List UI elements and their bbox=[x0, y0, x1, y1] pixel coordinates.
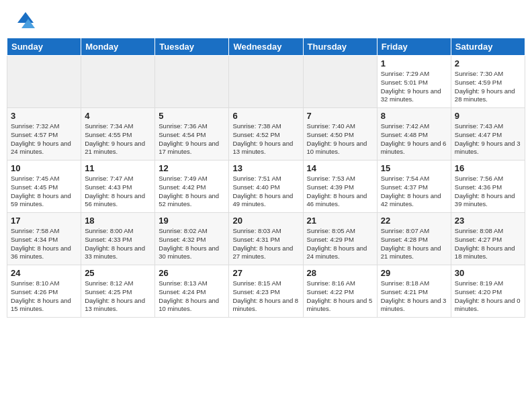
day-number: 17 bbox=[11, 216, 77, 226]
calendar-cell: 7Sunrise: 7:40 AMSunset: 4:50 PMDaylight… bbox=[303, 108, 377, 161]
day-info: Sunrise: 7:49 AMSunset: 4:42 PMDaylight:… bbox=[159, 175, 225, 209]
calendar-cell: 20Sunrise: 8:03 AMSunset: 4:31 PMDayligh… bbox=[229, 213, 303, 265]
day-info: Sunrise: 8:07 AMSunset: 4:28 PMDaylight:… bbox=[381, 227, 447, 261]
calendar-week-1: 1Sunrise: 7:29 AMSunset: 5:01 PMDaylight… bbox=[7, 56, 525, 108]
day-number: 19 bbox=[159, 216, 225, 226]
calendar-cell: 29Sunrise: 8:18 AMSunset: 4:21 PMDayligh… bbox=[377, 265, 451, 318]
calendar-cell: 8Sunrise: 7:42 AMSunset: 4:48 PMDaylight… bbox=[377, 108, 451, 161]
day-number: 18 bbox=[85, 216, 151, 226]
calendar-cell: 19Sunrise: 8:02 AMSunset: 4:32 PMDayligh… bbox=[155, 213, 229, 265]
calendar-cell: 12Sunrise: 7:49 AMSunset: 4:42 PMDayligh… bbox=[155, 161, 229, 213]
day-info: Sunrise: 8:15 AMSunset: 4:23 PMDaylight:… bbox=[232, 279, 299, 314]
day-number: 28 bbox=[307, 268, 373, 278]
day-number: 8 bbox=[381, 111, 447, 121]
day-number: 5 bbox=[159, 111, 225, 121]
day-number: 25 bbox=[85, 268, 151, 278]
calendar-cell: 16Sunrise: 7:56 AMSunset: 4:36 PMDayligh… bbox=[451, 161, 525, 213]
day-info: Sunrise: 8:16 AMSunset: 4:22 PMDaylight:… bbox=[307, 279, 373, 314]
calendar-cell: 10Sunrise: 7:45 AMSunset: 4:45 PMDayligh… bbox=[7, 161, 81, 213]
column-header-friday: Friday bbox=[377, 38, 451, 56]
calendar-cell: 5Sunrise: 7:36 AMSunset: 4:54 PMDaylight… bbox=[155, 108, 229, 161]
calendar-cell: 9Sunrise: 7:43 AMSunset: 4:47 PMDaylight… bbox=[451, 108, 525, 161]
calendar-cell: 13Sunrise: 7:51 AMSunset: 4:40 PMDayligh… bbox=[229, 161, 303, 213]
day-info: Sunrise: 7:51 AMSunset: 4:40 PMDaylight:… bbox=[232, 175, 299, 209]
calendar-cell: 22Sunrise: 8:07 AMSunset: 4:28 PMDayligh… bbox=[377, 213, 451, 265]
day-info: Sunrise: 8:00 AMSunset: 4:33 PMDaylight:… bbox=[85, 227, 151, 261]
day-info: Sunrise: 7:29 AMSunset: 5:01 PMDaylight:… bbox=[381, 70, 447, 104]
calendar-week-2: 3Sunrise: 7:32 AMSunset: 4:57 PMDaylight… bbox=[7, 108, 525, 161]
column-header-sunday: Sunday bbox=[7, 38, 81, 56]
day-number: 1 bbox=[381, 58, 447, 68]
calendar-cell: 14Sunrise: 7:53 AMSunset: 4:39 PMDayligh… bbox=[303, 161, 377, 213]
logo-icon bbox=[12, 9, 36, 34]
calendar-cell: 1Sunrise: 7:29 AMSunset: 5:01 PMDaylight… bbox=[377, 56, 451, 108]
calendar-week-5: 24Sunrise: 8:10 AMSunset: 4:26 PMDayligh… bbox=[7, 265, 525, 318]
day-info: Sunrise: 7:40 AMSunset: 4:50 PMDaylight:… bbox=[307, 122, 373, 156]
column-header-monday: Monday bbox=[81, 38, 155, 56]
calendar-cell: 3Sunrise: 7:32 AMSunset: 4:57 PMDaylight… bbox=[7, 108, 81, 161]
day-number: 30 bbox=[455, 268, 521, 278]
header bbox=[7, 7, 525, 34]
column-header-saturday: Saturday bbox=[451, 38, 525, 56]
day-info: Sunrise: 7:56 AMSunset: 4:36 PMDaylight:… bbox=[455, 175, 521, 209]
calendar-cell: 4Sunrise: 7:34 AMSunset: 4:55 PMDaylight… bbox=[81, 108, 155, 161]
day-info: Sunrise: 8:13 AMSunset: 4:24 PMDaylight:… bbox=[159, 279, 225, 314]
day-info: Sunrise: 8:03 AMSunset: 4:31 PMDaylight:… bbox=[232, 227, 299, 261]
day-number: 24 bbox=[11, 268, 77, 278]
day-info: Sunrise: 7:47 AMSunset: 4:43 PMDaylight:… bbox=[85, 175, 151, 209]
day-info: Sunrise: 8:18 AMSunset: 4:21 PMDaylight:… bbox=[381, 279, 447, 314]
day-number: 12 bbox=[159, 163, 225, 173]
day-info: Sunrise: 8:10 AMSunset: 4:26 PMDaylight:… bbox=[11, 279, 77, 314]
day-number: 20 bbox=[232, 216, 299, 226]
day-number: 29 bbox=[381, 268, 447, 278]
day-info: Sunrise: 7:58 AMSunset: 4:34 PMDaylight:… bbox=[11, 227, 77, 261]
day-info: Sunrise: 7:38 AMSunset: 4:52 PMDaylight:… bbox=[232, 122, 299, 156]
calendar-cell: 6Sunrise: 7:38 AMSunset: 4:52 PMDaylight… bbox=[229, 108, 303, 161]
calendar-cell: 28Sunrise: 8:16 AMSunset: 4:22 PMDayligh… bbox=[303, 265, 377, 318]
calendar-cell: 11Sunrise: 7:47 AMSunset: 4:43 PMDayligh… bbox=[81, 161, 155, 213]
calendar-cell bbox=[155, 56, 229, 108]
day-info: Sunrise: 8:05 AMSunset: 4:29 PMDaylight:… bbox=[307, 227, 373, 261]
day-number: 13 bbox=[232, 163, 299, 173]
day-number: 10 bbox=[11, 163, 77, 173]
calendar-table: SundayMondayTuesdayWednesdayThursdayFrid… bbox=[7, 38, 525, 318]
column-header-tuesday: Tuesday bbox=[155, 38, 229, 56]
day-number: 2 bbox=[455, 58, 521, 68]
calendar-cell: 27Sunrise: 8:15 AMSunset: 4:23 PMDayligh… bbox=[229, 265, 303, 318]
calendar-cell: 30Sunrise: 8:19 AMSunset: 4:20 PMDayligh… bbox=[451, 265, 525, 318]
day-number: 7 bbox=[307, 111, 373, 121]
calendar-cell bbox=[303, 56, 377, 108]
column-header-wednesday: Wednesday bbox=[229, 38, 303, 56]
calendar-cell: 15Sunrise: 7:54 AMSunset: 4:37 PMDayligh… bbox=[377, 161, 451, 213]
calendar-cell: 25Sunrise: 8:12 AMSunset: 4:25 PMDayligh… bbox=[81, 265, 155, 318]
day-info: Sunrise: 7:42 AMSunset: 4:48 PMDaylight:… bbox=[381, 122, 447, 156]
day-number: 3 bbox=[11, 111, 77, 121]
day-number: 27 bbox=[232, 268, 299, 278]
day-info: Sunrise: 8:08 AMSunset: 4:27 PMDaylight:… bbox=[455, 227, 521, 261]
day-number: 16 bbox=[455, 163, 521, 173]
day-info: Sunrise: 8:19 AMSunset: 4:20 PMDaylight:… bbox=[455, 279, 521, 314]
day-number: 4 bbox=[85, 111, 151, 121]
column-header-thursday: Thursday bbox=[303, 38, 377, 56]
day-info: Sunrise: 7:53 AMSunset: 4:39 PMDaylight:… bbox=[307, 175, 373, 209]
day-number: 11 bbox=[85, 163, 151, 173]
calendar-cell bbox=[229, 56, 303, 108]
calendar-cell: 18Sunrise: 8:00 AMSunset: 4:33 PMDayligh… bbox=[81, 213, 155, 265]
day-number: 9 bbox=[455, 111, 521, 121]
calendar-cell: 24Sunrise: 8:10 AMSunset: 4:26 PMDayligh… bbox=[7, 265, 81, 318]
day-number: 21 bbox=[307, 216, 373, 226]
day-info: Sunrise: 8:12 AMSunset: 4:25 PMDaylight:… bbox=[85, 279, 151, 314]
day-number: 26 bbox=[159, 268, 225, 278]
day-number: 22 bbox=[381, 216, 447, 226]
day-info: Sunrise: 8:02 AMSunset: 4:32 PMDaylight:… bbox=[159, 227, 225, 261]
calendar-header-row: SundayMondayTuesdayWednesdayThursdayFrid… bbox=[7, 38, 525, 56]
calendar-cell: 26Sunrise: 8:13 AMSunset: 4:24 PMDayligh… bbox=[155, 265, 229, 318]
svg-marker-0 bbox=[17, 12, 34, 23]
calendar-cell: 21Sunrise: 8:05 AMSunset: 4:29 PMDayligh… bbox=[303, 213, 377, 265]
day-info: Sunrise: 7:43 AMSunset: 4:47 PMDaylight:… bbox=[455, 122, 521, 156]
day-number: 15 bbox=[381, 163, 447, 173]
day-number: 23 bbox=[455, 216, 521, 226]
calendar-cell bbox=[7, 56, 81, 108]
calendar-cell: 17Sunrise: 7:58 AMSunset: 4:34 PMDayligh… bbox=[7, 213, 81, 265]
day-info: Sunrise: 7:45 AMSunset: 4:45 PMDaylight:… bbox=[11, 175, 77, 209]
